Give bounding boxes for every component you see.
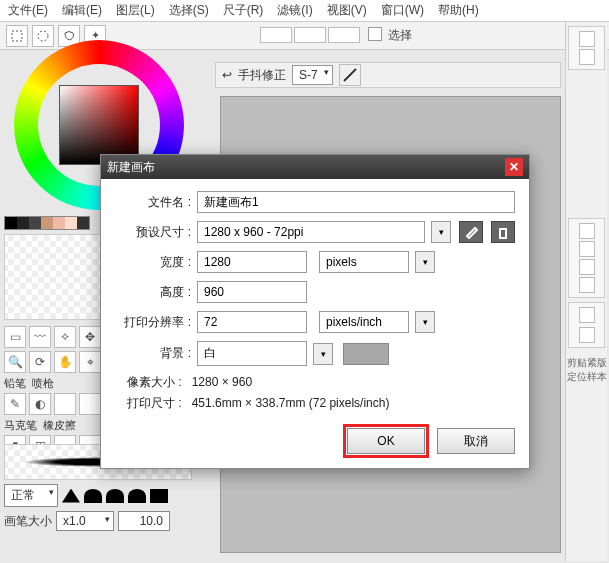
brush-shape-1[interactable] (62, 489, 80, 503)
sel-mode-1[interactable] (260, 27, 292, 43)
sel-checkbox[interactable] (368, 27, 382, 41)
brush-size-mult[interactable]: x1.0 (56, 511, 114, 531)
brush-shape-5[interactable] (150, 489, 168, 503)
background-color-swatch[interactable] (343, 343, 389, 365)
menu-file[interactable]: 文件(E) (8, 2, 48, 19)
dialog-titlebar[interactable]: 新建画布 ✕ (101, 155, 529, 179)
selection-mode-swatches: 选择 (260, 27, 412, 44)
brush-size-label: 画笔大小 (4, 513, 52, 530)
rp-btn[interactable] (579, 241, 595, 257)
rp-label-fix: 定位样本 (566, 370, 607, 384)
tool-label-eraser: 橡皮擦 (43, 418, 76, 433)
tool-move-icon[interactable]: ✥ (79, 326, 101, 348)
preset-save-icon[interactable] (459, 221, 483, 243)
resolution-label: 打印分辨率 : (115, 314, 191, 331)
dialog-title: 新建画布 (107, 159, 155, 176)
rp-label-clipboard: 剪贴紧版 (566, 356, 607, 370)
rp-btn[interactable] (579, 223, 595, 239)
tool-hand-icon[interactable]: ✋ (54, 351, 76, 373)
menu-edit[interactable]: 编辑(E) (62, 2, 102, 19)
svg-rect-0 (12, 31, 22, 41)
swatch-strip[interactable] (4, 216, 90, 230)
pixel-size-value: 1280 × 960 (192, 375, 252, 389)
menu-view[interactable]: 视图(V) (327, 2, 367, 19)
blend-mode-select[interactable]: 正常 (4, 484, 58, 507)
stabilizer-label: 手抖修正 (238, 67, 286, 84)
svg-point-1 (38, 31, 48, 41)
sel-mode-2[interactable] (294, 27, 326, 43)
height-label: 高度 : (115, 284, 191, 301)
brush-controls: 正常 画笔大小 x1.0 10.0 (4, 484, 192, 535)
brush-shape-2[interactable] (84, 489, 102, 503)
background-select[interactable]: 白 (197, 341, 307, 366)
width-label: 宽度 : (115, 254, 191, 271)
tool-rotate-icon[interactable]: ⟳ (29, 351, 51, 373)
resolution-input[interactable] (197, 311, 307, 333)
rp-btn[interactable] (579, 259, 595, 275)
tool-x2-icon[interactable] (79, 393, 101, 415)
width-input[interactable] (197, 251, 307, 273)
tool-airbrush-icon[interactable]: ◐ (29, 393, 51, 415)
line-preview-icon (339, 64, 361, 86)
new-canvas-dialog: 新建画布 ✕ 文件名 : 预设尺寸 : 1280 x 960 - 72ppi ▾… (100, 154, 530, 469)
menu-filter[interactable]: 滤镜(I) (277, 2, 312, 19)
filename-label: 文件名 : (115, 194, 191, 211)
print-size-value: 451.6mm × 338.7mm (72 pixels/inch) (192, 396, 390, 410)
preset-delete-icon[interactable] (491, 221, 515, 243)
menu-bar: 文件(E) 编辑(E) 图层(L) 选择(S) 尺子(R) 滤镜(I) 视图(V… (0, 0, 609, 22)
right-panel: 剪贴紧版 定位样本 (565, 22, 607, 561)
brush-shape-row (62, 489, 168, 503)
cancel-button[interactable]: 取消 (437, 428, 515, 454)
menu-ruler[interactable]: 尺子(R) (223, 2, 264, 19)
tool-x1-icon[interactable] (54, 393, 76, 415)
stabilizer-bar: ↩ 手抖修正 S-7 (215, 62, 561, 88)
rp-btn[interactable] (579, 31, 595, 47)
tool-label-airbrush: 喷枪 (32, 376, 54, 391)
preset-select[interactable]: 1280 x 960 - 72ppi (197, 221, 425, 243)
preset-label: 预设尺寸 : (115, 224, 191, 241)
rp-btn[interactable] (579, 327, 595, 343)
brush-size-value[interactable]: 10.0 (118, 511, 170, 531)
filename-input[interactable] (197, 191, 515, 213)
tool-zoom-icon[interactable]: 🔍 (4, 351, 26, 373)
tool-rect-icon[interactable]: ▭ (4, 326, 26, 348)
tool-wand2-icon[interactable]: ✧ (54, 326, 76, 348)
rp-btn[interactable] (579, 49, 595, 65)
tool-lasso2-icon[interactable]: 〰 (29, 326, 51, 348)
menu-select[interactable]: 选择(S) (169, 2, 209, 19)
preset-dropdown-icon[interactable]: ▾ (431, 221, 451, 243)
pixel-size-label: 像素大小 : (127, 375, 182, 389)
close-icon[interactable]: ✕ (505, 158, 523, 176)
color-square[interactable] (59, 85, 139, 165)
menu-layer[interactable]: 图层(L) (116, 2, 155, 19)
tool-label-pencil: 铅笔 (4, 376, 26, 391)
undo-icon[interactable]: ↩ (222, 68, 232, 82)
print-size-label: 打印尺寸 : (127, 396, 182, 410)
svg-line-2 (344, 69, 356, 81)
tool-label-marker: 马克笔 (4, 418, 37, 433)
menu-help[interactable]: 帮助(H) (438, 2, 479, 19)
height-input[interactable] (197, 281, 307, 303)
menu-window[interactable]: 窗口(W) (381, 2, 424, 19)
sel-mode-3[interactable] (328, 27, 360, 43)
rp-btn[interactable] (579, 277, 595, 293)
rp-btn[interactable] (579, 307, 595, 323)
tool-picker-icon[interactable]: ⌖ (79, 351, 101, 373)
brush-shape-3[interactable] (106, 489, 124, 503)
sel-label: 选择 (388, 27, 412, 44)
stabilizer-select[interactable]: S-7 (292, 65, 333, 85)
size-unit-dropdown-icon[interactable]: ▾ (415, 251, 435, 273)
ok-button[interactable]: OK (347, 428, 425, 454)
tool-pencil-icon[interactable]: ✎ (4, 393, 26, 415)
size-unit-select[interactable]: pixels (319, 251, 409, 273)
res-unit-dropdown-icon[interactable]: ▾ (415, 311, 435, 333)
background-dropdown-icon[interactable]: ▾ (313, 343, 333, 365)
background-label: 背景 : (115, 345, 191, 362)
brush-shape-4[interactable] (128, 489, 146, 503)
res-unit-select[interactable]: pixels/inch (319, 311, 409, 333)
